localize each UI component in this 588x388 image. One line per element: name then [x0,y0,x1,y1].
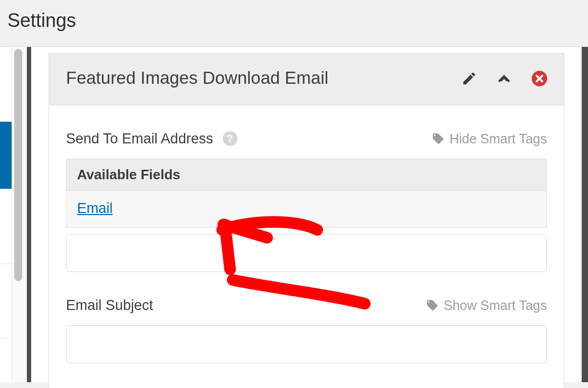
panel-body: Send To Email Address ? Hide Smart Tags [49,105,564,363]
edit-button[interactable] [461,71,477,86]
tag-icon [426,299,439,312]
sidebar-item[interactable] [0,189,12,264]
available-fields-box: Available Fields Email [66,159,547,228]
page-title: Settings [7,9,581,32]
available-fields-body: Email [67,191,546,227]
field-label-row: Email Subject Show Smart Tags [66,297,547,314]
panel-actions [461,66,548,88]
field-label-row: Send To Email Address ? Hide Smart Tags [66,131,547,147]
show-smart-tags-text: Show Smart Tags [444,298,547,313]
subject-label: Email Subject [66,297,153,314]
main-inner: Featured Images Download Email [31,47,582,382]
delete-button[interactable] [531,70,548,87]
email-field-link[interactable]: Email [77,200,113,216]
panel-title: Featured Images Download Email [66,66,328,90]
hide-smart-tags-link[interactable]: Hide Smart Tags [432,131,547,147]
chevron-up-icon [495,70,513,88]
collapse-button[interactable] [495,70,513,88]
notification-panel: Featured Images Download Email [49,53,564,388]
main-area: Featured Images Download Email [27,47,588,382]
page-header: Settings [0,0,588,47]
send-to-label: Send To Email Address ? [66,131,238,147]
sidebar-item[interactable] [0,264,12,339]
subject-field-group: Email Subject Show Smart Tags [66,297,547,363]
close-circle-icon [531,70,548,87]
tag-icon [432,132,444,145]
send-to-field-group: Send To Email Address ? Hide Smart Tags [66,131,547,272]
panel-header: Featured Images Download Email [49,54,564,105]
send-to-input[interactable] [66,234,547,272]
hide-smart-tags-text: Hide Smart Tags [450,131,547,147]
send-to-label-text: Send To Email Address [66,131,213,147]
available-fields-header: Available Fields [67,159,546,191]
show-smart-tags-link[interactable]: Show Smart Tags [426,298,547,313]
content-wrapper: Featured Images Download Email [0,47,588,382]
sidebar-item[interactable] [0,47,12,122]
scrollbar-thumb[interactable] [14,49,22,281]
pencil-icon [461,71,477,86]
scrollbar-track[interactable] [12,47,27,382]
subject-label-text: Email Subject [66,297,153,314]
sidebar-item-active[interactable] [0,122,12,189]
subject-input[interactable] [66,325,547,363]
settings-sidebar [0,47,12,382]
help-icon[interactable]: ? [223,131,238,146]
